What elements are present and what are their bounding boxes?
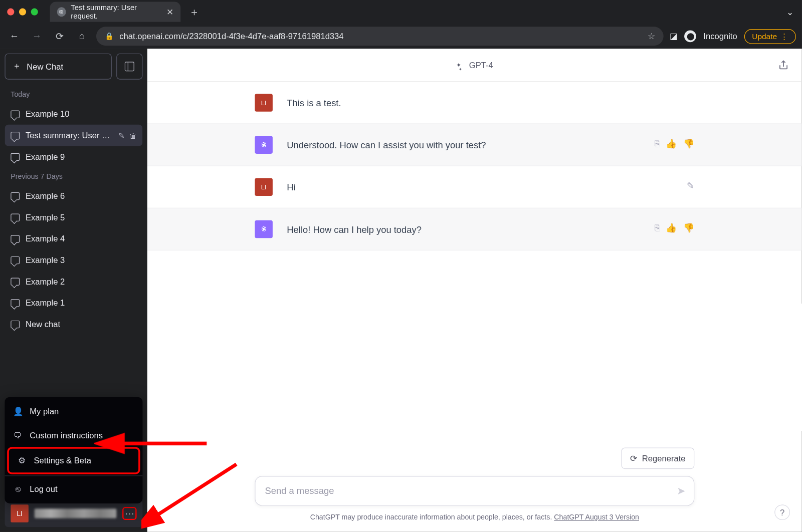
chat-icon [11,320,20,328]
chat-title: Example 10 [26,109,137,119]
avatar: LI [255,178,273,196]
menu-settings-beta[interactable]: ⚙ Settings & Beta [7,447,140,474]
minimize-window-icon[interactable] [19,9,26,16]
chat-icon [11,278,20,285]
nav-home-button[interactable]: ⌂ [74,31,90,42]
message-text: Hi [287,178,672,196]
extensions-icon[interactable]: ◪ [670,32,677,41]
chat-icon [11,213,20,221]
message-input[interactable] [265,485,666,496]
chat-item[interactable]: Example 6 [5,185,142,207]
chat-icon [11,131,20,139]
chat-title: Example 4 [26,234,137,243]
avatar: LI [255,94,273,112]
main-panel: GPT-4 LI This is a test. ֎ Understood. H… [147,49,802,532]
copy-icon[interactable]: ⎘ [655,138,660,154]
chat-item[interactable]: New chat [5,314,142,335]
chat-item[interactable]: Example 2 [5,271,142,292]
bot-avatar-icon: ֎ [255,136,273,154]
chat-title: Example 2 [26,277,137,286]
new-tab-button[interactable]: ＋ [185,3,204,22]
kebab-icon[interactable]: ⋮ [780,32,788,41]
message-assistant: ֎ Hello! How can I help you today? ⎘ 👍 👎 [147,208,802,250]
profile-row[interactable]: LI ⋯ [5,500,142,527]
regenerate-label: Regenerate [642,453,686,463]
message-input-box[interactable]: ➤ [255,476,694,505]
share-button[interactable] [777,59,790,72]
close-window-icon[interactable] [7,9,14,16]
person-icon: 👤 [13,407,23,416]
thumbs-up-icon[interactable]: 👍 [666,222,677,238]
menu-label: My plan [30,407,59,416]
browser-tab[interactable]: ֎ Test summary: User request. ✕ [50,2,181,22]
avatar: LI [11,504,29,522]
thumbs-down-icon[interactable]: 👎 [683,222,695,238]
message-assistant: ֎ Understood. How can I assist you with … [147,123,802,166]
incognito-icon: ⬤ [684,30,696,42]
thumbs-down-icon[interactable]: 👎 [683,138,695,154]
delete-icon[interactable] [129,131,136,140]
conversation-header: GPT-4 [147,49,802,82]
plus-icon: ＋ [13,61,21,72]
message-user: LI Hi ✎ [147,166,802,208]
bookmark-star-icon[interactable]: ☆ [648,32,655,41]
chat-icon [11,153,20,160]
collapse-sidebar-button[interactable] [116,54,142,80]
chat-item-active[interactable]: Test summary: User req [5,125,142,146]
user-menu: 👤 My plan 🗨 Custom instructions ⚙ Settin… [5,397,142,503]
chat-item[interactable]: Example 4 [5,228,142,249]
tab-title: Test summary: User request. [71,4,161,20]
chat-item[interactable]: Example 1 [5,292,142,314]
window-controls[interactable] [7,9,38,16]
copy-icon[interactable]: ⎘ [655,222,660,238]
gear-icon: ⚙ [17,456,27,465]
chat-item[interactable]: Example 5 [5,206,142,228]
menu-log-out[interactable]: ⎋ Log out [5,477,142,501]
thumbs-up-icon[interactable]: 👍 [666,138,677,154]
chat-title: Test summary: User req [26,131,112,140]
menu-separator [5,475,142,476]
sparkle-icon [456,60,465,70]
chat-title: Example 1 [26,298,137,308]
new-chat-label: New Chat [27,62,63,71]
chat-icon [11,192,20,199]
chat-item[interactable]: Example 3 [5,249,142,271]
chat-title: Example 9 [26,152,137,161]
chat-item[interactable]: Example 9 [5,146,142,168]
chat-settings-icon: 🗨 [13,430,23,440]
logout-icon: ⎋ [13,484,23,494]
model-name: GPT-4 [469,60,493,70]
menu-label: Log out [30,484,57,494]
disclaimer: ChatGPT may produce inaccurate informati… [255,513,694,521]
update-button[interactable]: Update ⋮ [744,29,796,44]
sidebar: ＋ New Chat Today Example 10 Test summary… [0,49,147,532]
send-icon[interactable]: ➤ [677,484,686,497]
profile-name-redacted [35,509,117,518]
chat-item[interactable]: Example 10 [5,103,142,125]
menu-my-plan[interactable]: 👤 My plan [5,400,142,423]
chat-icon [11,256,20,263]
address-bar[interactable]: 🔒 chat.openai.com/c/2328001d-4f3e-4d7e-a… [96,27,664,46]
tab-close-icon[interactable]: ✕ [166,7,173,17]
nav-back-button[interactable]: ← [6,31,23,42]
nav-reload-button[interactable]: ⟳ [51,31,68,42]
rename-icon[interactable] [118,131,125,140]
regenerate-button[interactable]: ⟳ Regenerate [621,447,694,469]
incognito-label: Incognito [703,32,737,41]
disclaimer-text: ChatGPT may produce inaccurate informati… [310,513,554,521]
new-chat-button[interactable]: ＋ New Chat [5,54,111,80]
help-button[interactable]: ? [774,504,790,520]
panel-icon [125,62,134,71]
menu-custom-instructions[interactable]: 🗨 Custom instructions [5,423,142,447]
more-menu-button[interactable]: ⋯ [122,507,136,520]
message-text: This is a test. [287,94,680,112]
chat-title: New chat [26,320,137,329]
edit-icon[interactable]: ✎ [687,180,694,196]
message-user: LI This is a test. [147,82,802,124]
maximize-window-icon[interactable] [31,9,38,16]
disclaimer-version-link[interactable]: ChatGPT August 3 Version [554,513,639,521]
tabs-overflow-icon[interactable]: ⌄ [786,7,793,17]
browser-chrome: ֎ Test summary: User request. ✕ ＋ ⌄ ← → … [0,0,802,49]
url-text: chat.openai.com/c/2328001d-4f3e-4d7e-aaf… [119,32,343,41]
section-prev7: Previous 7 Days [5,167,142,185]
